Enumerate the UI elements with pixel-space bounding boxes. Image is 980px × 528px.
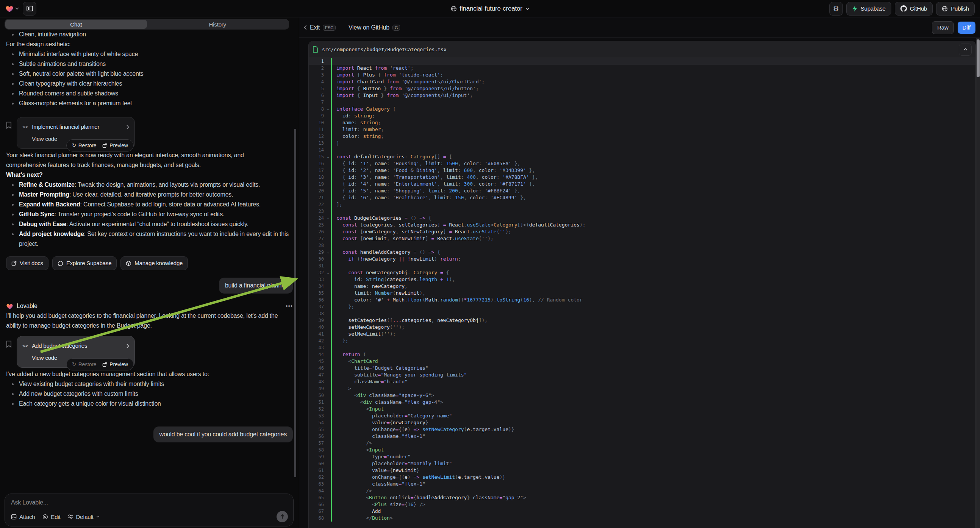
code-text: <ChartCard: [331, 358, 975, 365]
code-line: 10 name: string;: [309, 119, 975, 126]
code-text: [331, 146, 975, 153]
code-line: 3import { Plus } from 'lucide-react';: [309, 72, 975, 78]
code-line: 43: [309, 344, 975, 351]
fold-chevron-icon[interactable]: ⌄: [325, 249, 331, 256]
restore-button[interactable]: ↻ Restore: [72, 359, 96, 369]
restore-icon: ↻: [72, 359, 76, 369]
code-text: }: [331, 140, 975, 146]
collapse-file-button[interactable]: [959, 44, 972, 56]
code-text: import ChartCard from '@/components/ui/C…: [331, 78, 975, 85]
code-text: { id: '5', name: 'Shopping', limit: 200,…: [331, 188, 975, 194]
project-switcher[interactable]: financial-future-creator: [450, 0, 529, 17]
line-number: 10: [309, 119, 325, 126]
line-number: 26: [309, 228, 325, 235]
code-text: />: [331, 487, 975, 494]
composer-input[interactable]: Ask Lovable...: [11, 499, 287, 506]
chat-bubble-icon: [57, 261, 63, 266]
fold-chevron-icon[interactable]: ⌄: [325, 106, 331, 113]
version-card-implement-planner[interactable]: <> Implement financial planner View code…: [17, 117, 135, 149]
tab-history[interactable]: History: [147, 20, 289, 29]
fold-chevron-icon: [325, 208, 331, 215]
chat-panel: Chat History Clean, intuitive navigation…: [0, 17, 299, 528]
code-text: { id: '2', name: 'Food & Dining', limit:…: [331, 167, 975, 174]
model-selector[interactable]: Default: [68, 514, 99, 520]
fold-chevron-icon: [325, 419, 331, 426]
fold-chevron-icon: [325, 92, 331, 99]
preview-button[interactable]: Preview: [102, 359, 128, 369]
exit-button[interactable]: Exit ESC: [304, 24, 336, 31]
fold-chevron-icon: [325, 481, 331, 487]
send-button[interactable]: [277, 511, 288, 522]
attach-button[interactable]: Attach: [11, 514, 35, 520]
supabase-button[interactable]: Supabase: [846, 2, 891, 16]
code-text: return (: [331, 351, 975, 358]
code-editor[interactable]: 12import React from 'react';3import { Pl…: [309, 58, 975, 528]
supabase-bolt-icon: [852, 5, 858, 12]
edit-button[interactable]: Edit: [43, 514, 60, 520]
visit-docs-button[interactable]: Visit docs: [6, 256, 48, 270]
next-step-item: Add project knowledge: Set key context o…: [19, 229, 293, 249]
line-number: 44: [309, 351, 325, 358]
bookmark-icon[interactable]: [6, 122, 12, 129]
editor-scrollbar-track[interactable]: [976, 38, 980, 528]
next-step-item: GitHub Sync: Transfer your project's cod…: [19, 210, 293, 219]
line-number: 67: [309, 508, 325, 515]
file-header[interactable]: src/components/budget/BudgetCategories.t…: [309, 41, 975, 58]
ready-text: Your sleek financial planner is now read…: [6, 150, 283, 170]
file-path: src/components/budget/BudgetCategories.t…: [322, 46, 447, 52]
publish-button[interactable]: Publish: [936, 2, 975, 16]
code-text: setNewLimit('');: [331, 331, 975, 337]
code-text: import { Button } from '@/components/ui/…: [331, 85, 975, 92]
line-number: 7: [309, 99, 325, 106]
version-card-add-budget-categories[interactable]: <> Add budget categories View code ↻ Res…: [17, 336, 135, 368]
fold-chevron-icon: [325, 304, 331, 310]
view-on-github-button[interactable]: View on GitHub G: [348, 24, 400, 31]
github-icon: [900, 5, 907, 12]
code-line: 67 Add: [309, 508, 975, 515]
image-icon: [11, 514, 17, 520]
settings-button[interactable]: ⚙: [829, 2, 843, 16]
next-step-item: Expand with Backend: Connect Supabase to…: [19, 200, 293, 210]
message-options-button[interactable]: •••: [286, 301, 293, 311]
bookmark-icon[interactable]: [6, 340, 12, 348]
line-number: 5: [309, 85, 325, 92]
fold-chevron-icon: [325, 447, 331, 453]
line-number: 45: [309, 358, 325, 365]
package-icon: [126, 261, 132, 266]
line-number: 66: [309, 501, 325, 508]
explore-supabase-button[interactable]: Explore Supabase: [52, 256, 117, 270]
code-text: };: [331, 304, 975, 310]
line-number: 2: [309, 65, 325, 72]
sidebar-toggle-button[interactable]: [23, 2, 37, 16]
editor-scrollbar-thumb[interactable]: [977, 40, 980, 77]
code-line: 51 <div className="flex gap-4">: [309, 399, 975, 406]
preview-button[interactable]: Preview: [102, 140, 128, 150]
bullet-item: Clean typography with clear hierarchies: [19, 79, 293, 89]
manage-knowledge-button[interactable]: Manage knowledge: [121, 256, 188, 270]
fold-chevron-icon: [325, 399, 331, 406]
github-button[interactable]: GitHub: [895, 2, 933, 16]
fold-chevron-icon[interactable]: ⌄: [325, 215, 331, 221]
next-steps-list: Refine & Customize: Tweak the design, an…: [6, 180, 293, 249]
diff-toggle-button[interactable]: Diff: [958, 22, 975, 34]
tab-chat[interactable]: Chat: [5, 20, 147, 29]
lovable-logo-icon[interactable]: [5, 5, 19, 13]
code-text: className="h-auto": [331, 379, 975, 385]
restore-button[interactable]: ↻ Restore: [72, 140, 96, 150]
code-file-card: src/components/budget/BudgetCategories.t…: [309, 41, 976, 528]
line-number: 9: [309, 113, 325, 119]
code-text: [331, 99, 975, 106]
chat-scrollbar[interactable]: [294, 129, 296, 477]
fold-chevron-icon[interactable]: ⌄: [325, 153, 331, 160]
line-number: 16: [309, 160, 325, 167]
design-heading: For the design aesthetic:: [6, 40, 293, 49]
line-number: 54: [309, 419, 325, 426]
fold-chevron-icon[interactable]: ⌄: [325, 269, 331, 276]
raw-toggle-button[interactable]: Raw: [932, 21, 953, 34]
code-line: 54 value={newCategory}: [309, 419, 975, 426]
code-line: 21 { id: '6', name: 'Healthcare', limit:…: [309, 194, 975, 201]
fold-chevron-icon: [325, 412, 331, 419]
gear-icon: ⚙: [833, 5, 839, 12]
code-line: 41 setNewLimit('');: [309, 331, 975, 337]
fold-chevron-icon: [325, 331, 331, 337]
